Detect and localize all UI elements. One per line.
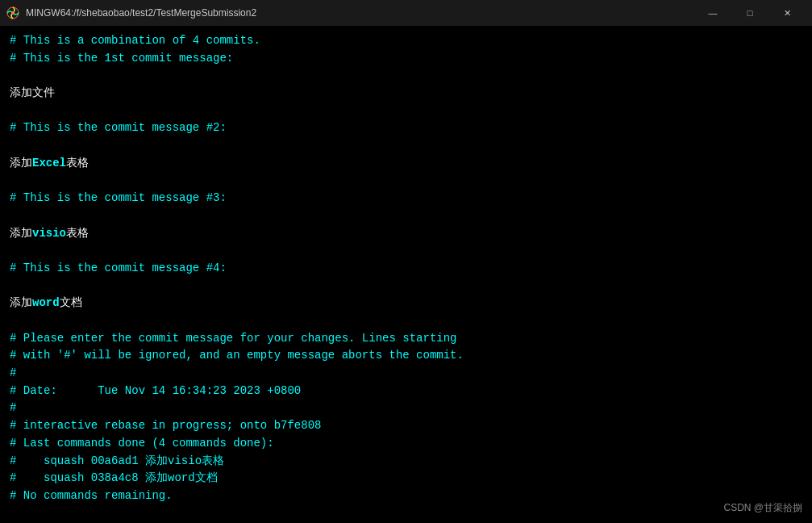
terminal-line <box>10 207 802 225</box>
terminal-line: # squash 00a6ad1 添加visio表格 <box>10 453 802 471</box>
terminal-line: # This is the 1st commit message: <box>10 50 802 68</box>
window-controls: — □ ✕ <box>694 0 806 26</box>
terminal-line: # squash 038a4c8 添加word文档 <box>10 470 802 487</box>
terminal-line: # interactive rebase in progress; onto b… <box>10 417 802 435</box>
terminal-line: # This is the commit message #4: <box>10 260 802 278</box>
close-button[interactable]: ✕ <box>768 0 806 26</box>
terminal-content[interactable]: # This is a combination of 4 commits. # … <box>0 26 812 523</box>
terminal-line <box>10 103 802 120</box>
terminal-line <box>10 242 802 260</box>
terminal-window: MINGW64:/f/shebaobao/test2/TestMergeSubm… <box>0 0 812 523</box>
watermark: CSDN @甘渠拾捌 <box>723 501 802 515</box>
terminal-line: # Please enter the commit message for yo… <box>10 330 802 348</box>
terminal-line: # Last commands done (4 commands done): <box>10 435 802 453</box>
terminal-line: # No commands remaining. <box>10 487 802 505</box>
terminal-line: 添加word文档 <box>10 295 802 312</box>
terminal-line <box>10 137 802 155</box>
terminal-line: 添加文件 <box>10 85 802 103</box>
terminal-line: # <box>10 365 802 383</box>
terminal-line <box>10 278 802 295</box>
title-bar-left: MINGW64:/f/shebaobao/test2/TestMergeSubm… <box>6 6 256 19</box>
terminal-line: 添加Excel表格 <box>10 155 802 173</box>
minimize-button[interactable]: — <box>694 0 731 26</box>
window-title: MINGW64:/f/shebaobao/test2/TestMergeSubm… <box>26 7 256 19</box>
terminal-line: # This is a combination of 4 commits. <box>10 32 802 50</box>
terminal-line: # This is the commit message #2: <box>10 119 802 137</box>
svg-point-1 <box>11 11 15 15</box>
maximize-button[interactable]: □ <box>731 0 768 26</box>
terminal-line: # Date: Tue Nov 14 16:34:23 2023 +0800 <box>10 383 802 400</box>
terminal-line <box>10 312 802 330</box>
terminal-line: # with '#' will be ignored, and an empty… <box>10 347 802 365</box>
title-bar: MINGW64:/f/shebaobao/test2/TestMergeSubm… <box>0 0 812 26</box>
terminal-line <box>10 173 802 190</box>
terminal-line: 添加visio表格 <box>10 225 802 243</box>
app-icon <box>6 6 19 19</box>
terminal-line: # This is the commit message #3: <box>10 190 802 207</box>
terminal-line: # <box>10 400 802 417</box>
terminal-line <box>10 67 802 85</box>
